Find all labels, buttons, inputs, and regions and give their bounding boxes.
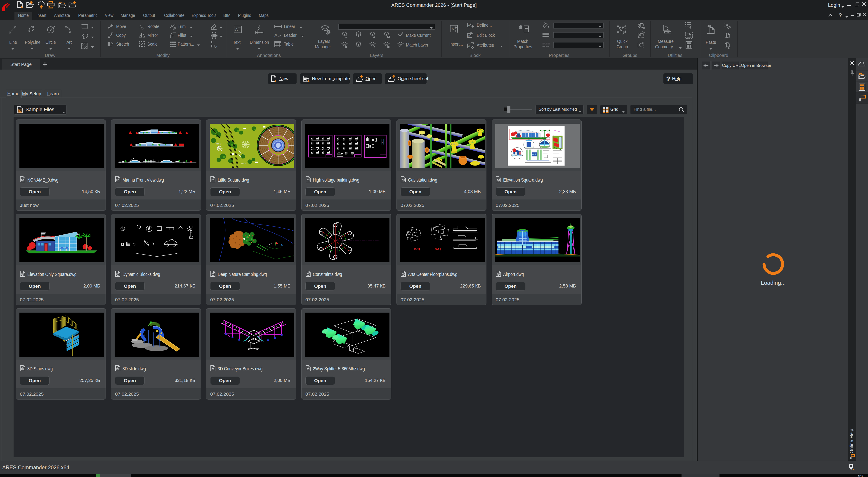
svg-text:A: A [215,45,217,48]
svg-text:ELEVACION: ELEVACION [542,137,550,138]
svg-text:A: A [235,27,238,32]
svg-text:A: A [274,33,278,38]
svg-text:A: A [468,34,470,37]
svg-text:APT-15: APT-15 [216,143,221,145]
svg-text:В-1: В-1 [435,248,439,251]
svg-text:APT-18: APT-18 [241,163,247,164]
svg-text:A: A [468,44,470,48]
svg-text:A: A [468,24,470,27]
svg-text:В-1: В-1 [414,248,419,251]
svg-text:A: A [452,27,454,31]
